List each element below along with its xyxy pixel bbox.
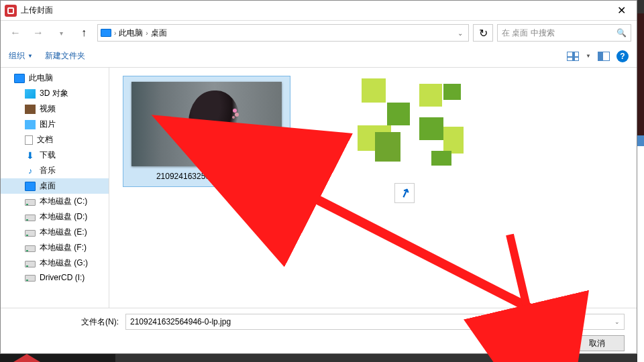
sidebar-item[interactable]: 桌面 (1, 178, 109, 194)
forward-button[interactable]: → (29, 23, 48, 42)
drv-icon (25, 215, 36, 221)
address-bar[interactable]: › 此电脑 › 桌面 ⌄ (97, 24, 469, 42)
sidebar-item-label: DriverCD (I:) (40, 273, 85, 282)
sidebar-item-label: 下载 (40, 149, 56, 161)
drv-icon (25, 275, 36, 282)
drv-icon (25, 199, 36, 206)
sidebar-item-label: 本地磁盘 (D:) (40, 211, 87, 223)
navbar: ← → ▾ ↑ › 此电脑 › 桌面 ⌄ ↻ 在 桌面 中搜索 🔍 (1, 21, 637, 45)
view-thumbnails-button[interactable] (567, 52, 579, 61)
help-button[interactable]: ? (616, 50, 629, 62)
pc-icon (25, 182, 36, 191)
new-folder-button[interactable]: 新建文件夹 (45, 50, 85, 62)
sidebar-item[interactable]: 本地磁盘 (C:) (1, 194, 109, 209)
address-dropdown-icon[interactable]: ⌄ (455, 29, 466, 37)
sidebar-item-label: 桌面 (40, 180, 56, 192)
sidebar-item[interactable]: 本地磁盘 (D:) (1, 209, 109, 225)
refresh-button[interactable]: ↻ (473, 24, 493, 42)
sidebar-item-label: 此电脑 (29, 72, 53, 84)
taskbar-fragment (0, 354, 115, 362)
pc-icon (14, 74, 25, 83)
drv-icon (25, 230, 36, 237)
sidebar-item[interactable]: 3D 对象 (1, 86, 109, 101)
file-item[interactable] (344, 76, 485, 176)
pic-icon (25, 120, 36, 129)
file-list[interactable]: 2109241632564946-0-lp.jpg (109, 68, 637, 308)
breadcrumb-root[interactable]: 此电脑 (119, 27, 143, 39)
dropdown-icon[interactable]: ⌄ (474, 318, 479, 325)
search-placeholder: 在 桌面 中搜索 (502, 27, 612, 39)
preview-pane-button[interactable] (598, 52, 610, 61)
app-icon (5, 5, 17, 17)
dropdown-icon[interactable]: ⌄ (614, 318, 620, 325)
sidebar-item[interactable]: ♪音乐 (1, 163, 109, 178)
file-thumbnail (131, 82, 282, 166)
sidebar-item[interactable]: 本地磁盘 (E:) (1, 225, 109, 240)
open-button[interactable]: 选择 (506, 335, 561, 351)
3d-icon (25, 89, 36, 99)
doc-icon (25, 135, 33, 145)
toolbar: 组织▼ 新建文件夹 ▼ ? (1, 45, 637, 68)
sidebar-item[interactable]: 此电脑 (1, 70, 109, 86)
file-item-selected[interactable]: 2109241632564946-0-lp.jpg (123, 76, 290, 187)
sidebar-item-label: 本地磁盘 (F:) (40, 242, 87, 253)
filename-input[interactable]: 2109241632564946-0-lp.jpg ⌄ (125, 314, 484, 330)
sidebar-item[interactable]: DriverCD (I:) (1, 271, 109, 284)
titlebar: 上传封面 ✕ (1, 1, 637, 21)
sidebar-item-label: 本地磁盘 (G:) (40, 257, 88, 269)
organize-menu[interactable]: 组织▼ (9, 50, 33, 62)
pc-icon (101, 29, 111, 37)
sidebar-item[interactable]: 图片 (1, 117, 109, 132)
sidebar-item-label: 图片 (40, 119, 56, 130)
close-button[interactable]: ✕ (606, 1, 637, 20)
recent-dropdown[interactable]: ▾ (52, 23, 70, 42)
breadcrumb-current[interactable]: 桌面 (151, 27, 167, 39)
sidebar-item[interactable]: ⬇下载 (1, 147, 109, 163)
vid-icon (25, 105, 36, 114)
drv-icon (25, 261, 36, 267)
dialog-footer: 文件名(N): 2109241632564946-0-lp.jpg ⌄ 图片 (… (1, 308, 637, 355)
dialog-title: 上传封面 (21, 5, 606, 16)
filename-label: 文件名(N): (81, 316, 119, 328)
shortcut-arrow-icon (394, 183, 415, 203)
sidebar-item-label: 音乐 (40, 165, 56, 176)
sidebar-item[interactable]: 文档 (1, 132, 109, 147)
dl-icon: ⬇ (25, 151, 36, 160)
mus-icon: ♪ (25, 166, 36, 176)
up-button[interactable]: ↑ (74, 23, 93, 42)
sidebar-item-label: 视频 (40, 103, 56, 115)
file-thumbnail (344, 76, 465, 176)
file-label: 2109241632564946-0-lp.jpg (129, 172, 284, 181)
sidebar-item[interactable]: 本地磁盘 (G:) (1, 255, 109, 271)
search-input[interactable]: 在 桌面 中搜索 🔍 (497, 24, 631, 42)
sidebar-item-label: 本地磁盘 (C:) (40, 196, 87, 207)
search-icon: 🔍 (616, 28, 627, 38)
sidebar-item[interactable]: 本地磁盘 (F:) (1, 240, 109, 255)
filetype-dropdown[interactable]: 图片 (*.png;*.jpeg;*.jpg) ⌄ (490, 314, 625, 330)
sidebar-tree[interactable]: 此电脑3D 对象视频图片文档⬇下载♪音乐桌面本地磁盘 (C:)本地磁盘 (D:)… (1, 68, 109, 308)
sidebar-item-label: 本地磁盘 (E:) (40, 227, 87, 238)
cancel-button[interactable]: 取消 (570, 335, 625, 351)
drv-icon (25, 245, 36, 252)
back-button[interactable]: ← (6, 23, 25, 42)
sidebar-item[interactable]: 视频 (1, 101, 109, 117)
sidebar-item-label: 文档 (37, 134, 53, 145)
sidebar-item-label: 3D 对象 (40, 88, 68, 99)
chevron-right-icon: › (146, 29, 148, 37)
chevron-right-icon: › (114, 29, 116, 37)
file-open-dialog: 上传封面 ✕ ← → ▾ ↑ › 此电脑 › 桌面 ⌄ ↻ 在 桌面 中搜索 🔍… (0, 0, 637, 354)
